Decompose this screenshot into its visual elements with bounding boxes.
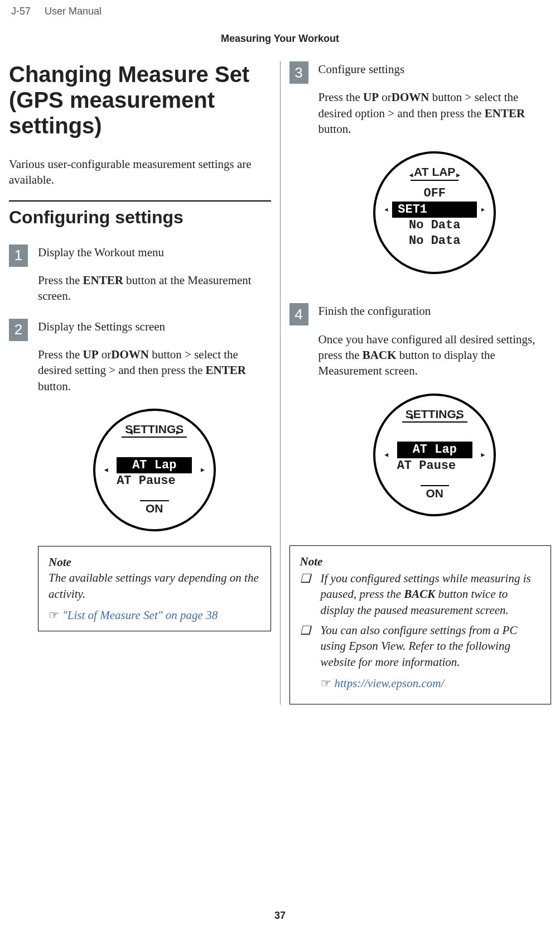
arrow-left-icon: ◂ [384, 204, 389, 215]
watch-header: AT LAP [411, 165, 458, 180]
watch-face-settings: ◂ ▸ SETTINGS ◂ ▸ AT Lap AT Pause ON [93, 409, 216, 531]
doc-type: User Manual [45, 6, 102, 17]
note-label: Note [300, 554, 541, 569]
watch-header: SETTINGS [402, 407, 467, 423]
intro-text: Various user-configurable measurement se… [9, 156, 271, 188]
arrow-left-icon: ◂ [103, 464, 109, 477]
reference-link[interactable]: ☞https://view.epson.com/ [321, 675, 541, 691]
arrow-right-icon: ▸ [200, 464, 206, 477]
step-4: 4 Finish the configuration Once you have… [289, 303, 552, 530]
pointer-icon: ☞ [321, 677, 331, 690]
step-num-4: 4 [289, 303, 308, 325]
step-4-title: Finish the configuration [318, 303, 552, 319]
divider [9, 200, 271, 202]
pointer-icon: ☞ [49, 608, 59, 622]
note-item-2-text: You can also configure settings from a P… [321, 624, 518, 669]
arrow-left-icon: ◂ [383, 449, 389, 462]
watch-selected: AT Lap [397, 442, 472, 458]
header-line: J-57 User Manual [0, 0, 560, 17]
reference-link[interactable]: ☞"List of Measure Set" on page 38 [49, 607, 260, 623]
step-3-desc: Press the UP orDOWN button > select the … [318, 89, 552, 137]
bullet-icon: ❏ [300, 622, 311, 691]
step-1-desc: Press the ENTER button at the Measuremen… [38, 272, 271, 304]
step-4-desc: Once you have configured all desired set… [318, 332, 552, 379]
step-3: 3 Configure settings Press the UP orDOWN… [289, 61, 552, 289]
step-2: 2 Display the Settings screen Press the … [9, 319, 271, 632]
watch-selected: AT Lap [117, 457, 192, 474]
arrow-right-icon: ▸ [480, 204, 486, 215]
subheading: Configuring settings [9, 207, 271, 228]
note-list-item: ❏ If you configured settings while measu… [300, 570, 541, 618]
note-box-1: Note The available settings vary dependi… [38, 546, 271, 631]
step-num-2: 2 [9, 319, 28, 341]
step-num-1: 1 [9, 244, 28, 267]
note-text: The available settings vary depending on… [49, 571, 259, 600]
step-1: 1 Display the Workout menu Press the ENT… [9, 244, 271, 304]
watch-item: OFF [375, 186, 494, 202]
section-header: Measuring Your Workout [0, 33, 560, 45]
note-label: Note [49, 554, 260, 570]
column-divider [280, 61, 281, 704]
note-item-1-text: If you configured settings while measuri… [321, 570, 541, 618]
step-3-title: Configure settings [318, 61, 552, 77]
watch-selected: SET1 [392, 202, 477, 218]
watch-item: AT Pause [397, 458, 472, 474]
watch-footer: ON [140, 500, 169, 516]
watch-item: AT Pause [117, 473, 192, 489]
bullet-icon: ❏ [300, 570, 311, 618]
step-num-3: 3 [289, 61, 308, 84]
xref-link[interactable]: "List of Measure Set" on page 38 [62, 608, 218, 622]
url-link[interactable]: https://view.epson.com/ [335, 677, 445, 690]
step-2-desc: Press the UP orDOWN button > select the … [38, 347, 271, 394]
watch-header: SETTINGS [122, 422, 187, 438]
watch-footer: ON [421, 485, 450, 501]
model-code: J-57 [11, 6, 31, 17]
watch-face-settings-2: ◂ ▸ SETTINGS ◂ ▸ AT Lap AT Pause ON [373, 394, 496, 516]
step-2-title: Display the Settings screen [38, 319, 271, 334]
page-title: Changing Measure Set (GPS measurement se… [9, 61, 271, 138]
note-list-item: ❏ You can also configure settings from a… [300, 622, 541, 691]
step-1-title: Display the Workout menu [38, 244, 271, 260]
page-number: 37 [274, 910, 286, 922]
arrow-right-icon: ▸ [480, 449, 486, 462]
watch-item: No Data [375, 233, 494, 249]
note-box-2: Note ❏ If you configured settings while … [289, 545, 552, 704]
watch-item: No Data [375, 218, 494, 233]
watch-face-atlap: ◂ ▸ AT LAP OFF ◂ SET1 ▸ No Data No Data [373, 151, 496, 274]
